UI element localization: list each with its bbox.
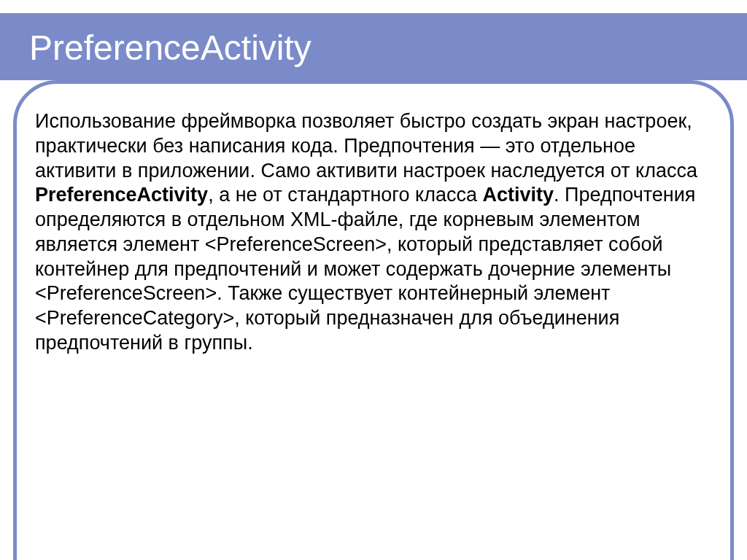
slide-body: Использование фреймворка позволяет быстр… (35, 109, 712, 356)
body-text-1: Использование фреймворка позволяет быстр… (35, 110, 697, 182)
body-bold-2: Activity (483, 184, 554, 206)
body-text-2: , а не от стандартного класса (208, 184, 482, 206)
slide-title: PreferenceActivity (29, 28, 311, 68)
body-text-3: . Предпочтения определяются в отдельном … (35, 184, 695, 354)
body-bold-1: PreferenceActivity (35, 184, 208, 206)
